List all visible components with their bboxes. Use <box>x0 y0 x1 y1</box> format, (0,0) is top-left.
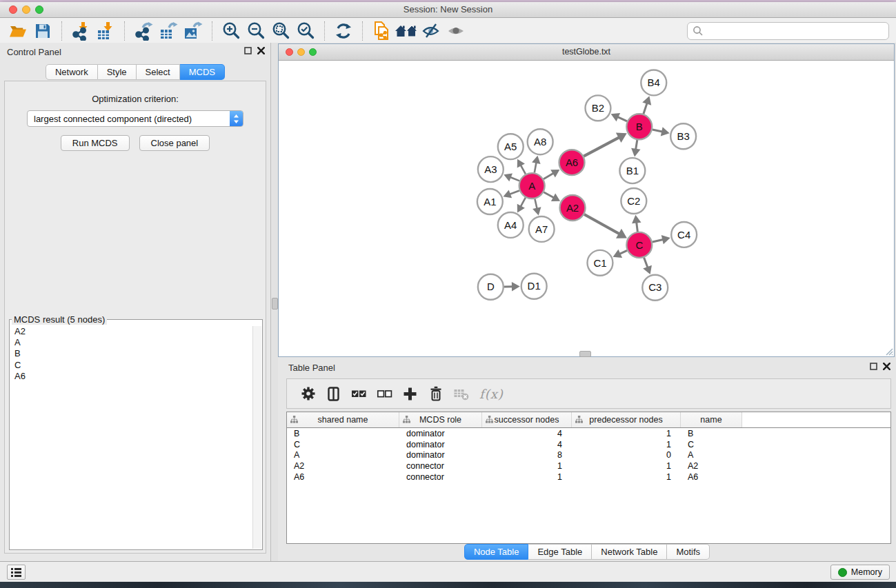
network-canvas[interactable]: AA1A2A3A4A5A6A7A8BB1B2B3B4CC1C2C3C4DD1 <box>279 61 894 356</box>
graph-edge-B-B4[interactable] <box>642 96 651 114</box>
table-tab-node-table[interactable]: Node Table <box>464 544 529 560</box>
open-session-button[interactable] <box>6 20 30 41</box>
graph-node-D1[interactable]: D1 <box>521 274 547 299</box>
window-zoom-button[interactable] <box>35 6 43 14</box>
run-mcds-button[interactable]: Run MCDS <box>61 135 130 151</box>
tab-mcds[interactable]: MCDS <box>180 64 225 80</box>
graph-edge-A6-B[interactable] <box>584 133 627 156</box>
zoom-out-button[interactable] <box>243 20 268 41</box>
houses-button[interactable] <box>394 20 419 41</box>
result-list-scrollbar[interactable] <box>252 326 261 549</box>
column-header-name[interactable]: name <box>681 412 742 427</box>
graph-node-A8[interactable]: A8 <box>528 129 553 154</box>
graph-node-C2[interactable]: C2 <box>621 188 646 214</box>
window-titlebar[interactable]: Session: New Session <box>0 2 896 18</box>
network-minimize-button[interactable] <box>297 48 305 56</box>
graph-edge-A-A3[interactable] <box>504 173 519 181</box>
table-row[interactable]: Bdominator41B <box>287 428 890 439</box>
mcds-result-item[interactable]: B <box>10 348 252 359</box>
clone-network-button[interactable] <box>369 20 394 41</box>
search-input[interactable] <box>687 22 889 40</box>
select-all-button[interactable] <box>346 382 372 405</box>
delete-table-button[interactable] <box>448 382 474 405</box>
deselect-all-button[interactable] <box>372 382 397 405</box>
mcds-result-item[interactable]: A2 <box>10 326 252 337</box>
graph-node-D[interactable]: D <box>478 274 504 300</box>
mcds-result-item[interactable]: A <box>10 337 252 348</box>
tab-style[interactable]: Style <box>98 64 137 80</box>
graph-node-B4[interactable]: B4 <box>641 70 666 95</box>
column-header-successor-nodes[interactable]: successor nodes <box>482 412 572 427</box>
import-table-button[interactable] <box>93 20 118 41</box>
table-tab-network-table[interactable]: Network Table <box>592 544 667 560</box>
graph-node-C[interactable]: C <box>626 232 652 258</box>
table-settings-button[interactable] <box>295 382 321 405</box>
graph-edge-D-D1[interactable] <box>504 282 520 292</box>
network-graph[interactable]: AA1A2A3A4A5A6A7A8BB1B2B3B4CC1C2C3C4DD1 <box>279 61 894 356</box>
export-table-button[interactable] <box>156 20 181 41</box>
zoom-selected-button[interactable] <box>293 20 318 41</box>
graph-node-C4[interactable]: C4 <box>671 222 697 247</box>
window-minimize-button[interactable] <box>22 6 30 14</box>
graph-edge-A-A8[interactable] <box>532 156 540 173</box>
refresh-layout-button[interactable] <box>331 20 356 41</box>
graph-edge-B-B1[interactable] <box>631 140 640 156</box>
graph-node-A4[interactable]: A4 <box>498 212 524 238</box>
float-panel-icon[interactable] <box>244 47 252 54</box>
hide-graphics-details-button[interactable] <box>444 20 468 41</box>
graph-edge-A-A2[interactable] <box>544 192 560 201</box>
memory-button[interactable]: Memory <box>830 565 890 580</box>
import-network-button[interactable] <box>68 20 93 41</box>
network-zoom-button[interactable] <box>309 48 317 56</box>
table-tab-edge-table[interactable]: Edge Table <box>528 544 592 560</box>
graph-node-B2[interactable]: B2 <box>586 95 611 121</box>
graph-node-C3[interactable]: C3 <box>642 275 668 301</box>
float-table-panel-icon[interactable] <box>870 363 877 370</box>
add-column-button[interactable] <box>397 382 423 405</box>
table-row[interactable]: Adominator80A <box>287 450 890 461</box>
mcds-result-item[interactable]: C <box>10 360 252 371</box>
graph-node-B1[interactable]: B1 <box>619 158 645 183</box>
column-header-shared-name[interactable]: shared name <box>287 412 399 427</box>
tab-select[interactable]: Select <box>137 64 180 80</box>
graph-edge-A-A4[interactable] <box>517 198 526 213</box>
graph-edge-C-C2[interactable] <box>632 215 641 232</box>
graph-node-A[interactable]: A <box>519 173 545 199</box>
panel-divider-handle[interactable] <box>272 298 278 310</box>
graph-node-A5[interactable]: A5 <box>498 134 524 159</box>
close-panel-icon[interactable] <box>257 47 265 54</box>
graph-edge-A-A5[interactable] <box>517 159 526 174</box>
graph-node-A2[interactable]: A2 <box>560 195 586 221</box>
optimization-criterion-select[interactable]: largest connected component (directed) <box>27 110 243 127</box>
graph-node-C1[interactable]: C1 <box>587 250 613 276</box>
tab-network[interactable]: Network <box>46 64 98 80</box>
close-table-panel-icon[interactable] <box>883 363 890 370</box>
network-close-button[interactable] <box>286 48 293 56</box>
column-show-button[interactable] <box>321 382 346 405</box>
graph-node-A3[interactable]: A3 <box>478 156 504 182</box>
graph-node-B[interactable]: B <box>626 114 652 139</box>
graph-edge-A-A7[interactable] <box>532 199 541 216</box>
table-tab-motifs[interactable]: Motifs <box>667 544 710 560</box>
mcds-result-item[interactable]: A6 <box>10 371 252 382</box>
task-history-button[interactable] <box>7 565 26 580</box>
graph-edge-C-C1[interactable] <box>613 250 628 258</box>
column-header-predecessor-nodes[interactable]: predecessor nodes <box>572 412 681 427</box>
column-header-MCDS-role[interactable]: MCDS role <box>399 412 482 427</box>
graph-node-A6[interactable]: A6 <box>559 150 585 175</box>
graph-edge-C-C3[interactable] <box>643 258 652 274</box>
function-builder-icon[interactable]: f(x) <box>479 387 504 401</box>
window-close-button[interactable] <box>9 6 17 14</box>
delete-column-button[interactable] <box>423 382 448 405</box>
graph-edge-C-C4[interactable] <box>653 235 670 244</box>
graph-edge-B-B3[interactable] <box>653 127 670 136</box>
save-session-button[interactable] <box>30 20 55 41</box>
graph-edge-A2-C[interactable] <box>584 214 627 239</box>
zoom-in-button[interactable] <box>219 20 243 41</box>
graph-node-A1[interactable]: A1 <box>477 189 503 214</box>
graph-node-B3[interactable]: B3 <box>670 123 696 149</box>
graph-edge-A-A1[interactable] <box>503 190 519 198</box>
graph-edge-A-A6[interactable] <box>544 170 559 179</box>
export-image-button[interactable] <box>181 20 206 41</box>
export-network-button[interactable] <box>131 20 156 41</box>
